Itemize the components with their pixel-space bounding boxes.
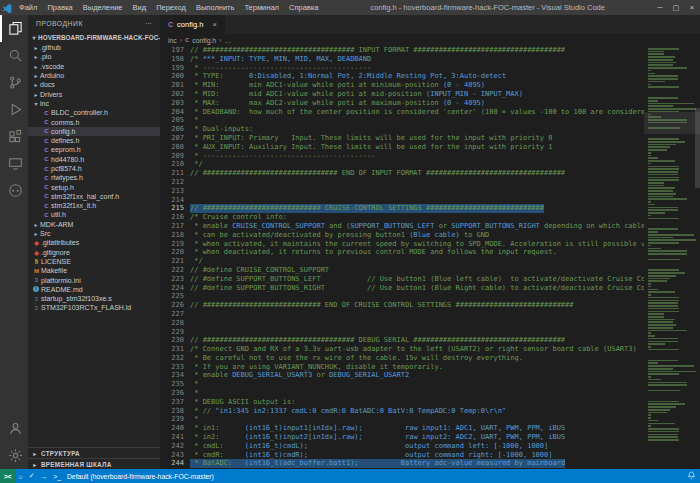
code-line[interactable]: 218 * can be activated/deactivated by pr… [160, 231, 644, 240]
code-line[interactable]: 197// ##################################… [160, 46, 644, 55]
code-line[interactable]: 233 * If you are using VARIANT_NUNCHUK, … [160, 363, 644, 372]
code-line[interactable]: 212 [160, 178, 644, 187]
code-line[interactable]: 208 * AUX_INPUT: Auxiliary Input. These … [160, 143, 644, 152]
explorer-icon[interactable] [0, 15, 28, 42]
remote-indicator[interactable]: >< [0, 469, 16, 483]
tree-folder[interactable]: ▸Arduino [28, 71, 160, 80]
code-line[interactable]: 241 * in2: (int16_t)input2[inIdx].raw); … [160, 433, 644, 442]
tree-file[interactable]: ≡platformio.ini [28, 275, 160, 284]
code-line[interactable]: 216/* Cruise control info: [160, 213, 644, 222]
close-button[interactable]: × [684, 4, 700, 12]
tree-file[interactable]: Chd44780.h [28, 155, 160, 164]
code-line[interactable]: 206 * Dual-inputs: [160, 125, 644, 134]
minimap[interactable] [644, 46, 700, 469]
code-line[interactable]: 242 * cmdL: (int16_t)cmdL); output comma… [160, 442, 644, 451]
scrollbar-thumb[interactable] [695, 108, 700, 188]
code-line[interactable]: 209 * ----------------------------------… [160, 152, 644, 161]
platformio-env-label[interactable]: Default (hoverboard-firmware-hack-FOC-ma… [64, 473, 217, 480]
timeline-section[interactable]: ▸ ВРЕМЕННАЯ ШКАЛА [28, 458, 160, 469]
build-check-icon[interactable]: ✓ [26, 472, 38, 480]
tree-file[interactable]: Cdefines.h [28, 136, 160, 145]
code-line[interactable]: 222// #define CRUISE_CONTROL_SUPPORT [160, 266, 644, 275]
code-line[interactable]: 230// ##################################… [160, 336, 644, 345]
code-line[interactable]: 227 [160, 310, 644, 319]
home-icon[interactable]: ⌂ [16, 472, 26, 480]
outline-section[interactable]: ▸ СТРУКТУРА [28, 447, 160, 458]
breadcrumb-item[interactable]: inc [168, 37, 177, 44]
code-line[interactable]: 224// #define SUPPORT_BUTTONS_RIGHT // U… [160, 284, 644, 293]
tree-file[interactable]: iREADME.md [28, 285, 160, 294]
code-line[interactable]: 236 * [160, 389, 644, 398]
code-line[interactable]: 201 * MIN: min ADC1-value while poti at … [160, 81, 644, 90]
minimize-button[interactable]: ─ [652, 4, 668, 12]
breadcrumb-item[interactable]: … [224, 37, 231, 44]
tree-folder[interactable]: ▸.vscode [28, 62, 160, 71]
code-line[interactable]: 214 [160, 196, 644, 205]
code-line[interactable]: 210 */ [160, 160, 644, 169]
tree-file[interactable]: Ceeprom.h [28, 145, 160, 154]
more-actions-icon[interactable]: ⋯ [145, 20, 152, 28]
code-line[interactable]: 211// ################################ E… [160, 169, 644, 178]
settings-icon[interactable] [0, 442, 28, 469]
tree-file[interactable]: Ccomms.h [28, 117, 160, 126]
notifications-bell-icon[interactable] [687, 471, 696, 481]
tree-file[interactable]: Csetup.h [28, 182, 160, 191]
tree-file[interactable]: ≡startup_stm32f103xe.s [28, 294, 160, 303]
menu-item[interactable]: Вид [128, 3, 152, 12]
code-content[interactable]: 197// ##################################… [160, 46, 644, 469]
tree-folder[interactable]: ▸docs [28, 80, 160, 89]
tree-file[interactable]: ◆.gitattributes [28, 238, 160, 247]
code-line[interactable]: 229 [160, 328, 644, 337]
search-icon[interactable] [0, 42, 28, 69]
code-line[interactable]: 205 * [160, 116, 644, 125]
source-control-icon[interactable] [0, 69, 28, 96]
code-line[interactable]: 199 * ----------------------------------… [160, 64, 644, 73]
code-line[interactable]: 234 * enable DEBUG_SERIAL_USART3 or DEBU… [160, 371, 644, 380]
code-line[interactable]: 237 * DEBUG ASCII output is: [160, 398, 644, 407]
platformio-icon[interactable] [0, 177, 28, 204]
tree-file[interactable]: CBLDC_controller.h [28, 108, 160, 117]
tree-file[interactable]: Cpcf8574.h [28, 164, 160, 173]
code-line[interactable]: 215// ############################ CRUIS… [160, 204, 644, 213]
code-line[interactable]: 244 * BatADC: (int16_t)adc_buffer.batt1)… [160, 459, 644, 468]
menu-item[interactable]: Переход [151, 3, 191, 12]
menu-item[interactable]: Выделение [78, 3, 128, 12]
tree-file[interactable]: Cstm32f1xx_it.h [28, 201, 160, 210]
tree-file[interactable]: MMakefile [28, 266, 160, 275]
code-line[interactable]: 203 * MAX: max ADC2-value while poti at … [160, 99, 644, 108]
code-line[interactable]: 219 * when activated, it maintains the c… [160, 240, 644, 249]
maximize-button[interactable]: ▢ [668, 4, 684, 12]
tab-config-h[interactable]: C config.h × [160, 15, 225, 34]
code-line[interactable]: 228 [160, 319, 644, 328]
code-line[interactable]: 240 * in1: (int16_t)input1[inIdx].raw); … [160, 424, 644, 433]
tree-file[interactable]: Cstm32f1xx_hal_conf.h [28, 192, 160, 201]
upload-arrow-icon[interactable]: → [37, 472, 50, 480]
code-line[interactable]: 204 * DEADBAND: how much of the center p… [160, 108, 644, 117]
tree-file[interactable]: ◆.gitignore [28, 248, 160, 257]
menu-item[interactable]: Терминал [239, 3, 284, 12]
code-line[interactable]: 220 * when deactivated, it returns to pr… [160, 248, 644, 257]
menu-item[interactable]: Справка [284, 3, 323, 12]
tab-close-icon[interactable]: × [212, 20, 217, 29]
tree-file[interactable]: Cutil.h [28, 210, 160, 219]
code-line[interactable]: 221 */ [160, 257, 644, 266]
menu-item[interactable]: Файл [14, 3, 42, 12]
menu-item[interactable]: Выполнить [191, 3, 240, 12]
editor-scrollbar[interactable] [695, 46, 700, 469]
tree-folder[interactable]: ▸MDK-ARM [28, 220, 160, 229]
tree-folder[interactable]: ▸Drivers [28, 89, 160, 98]
code-line[interactable]: 232 * Be careful not to use the rx wire … [160, 354, 644, 363]
tree-file[interactable]: Cconfig.h [28, 127, 160, 136]
code-line[interactable]: 207 * PRI_INPUT: Primary Input. These li… [160, 134, 644, 143]
tree-root-folder[interactable]: ▾ HOVERBOARD-FIRMWARE-HACK-FOC-MASTER [28, 32, 160, 43]
tree-folder[interactable]: ▸.pio [28, 52, 160, 61]
tree-folder[interactable]: ▾inc [28, 99, 160, 108]
tree-file[interactable]: §LICENSE [28, 257, 160, 266]
terminal-icon[interactable]: >_ [50, 472, 64, 480]
remote-explorer-icon[interactable] [0, 150, 28, 177]
extensions-icon[interactable] [0, 123, 28, 150]
run-debug-icon[interactable] [0, 96, 28, 123]
code-line[interactable]: 238 * // "in1:345 in2:1337 cmdL:0 cmdR:0… [160, 407, 644, 416]
code-line[interactable]: 213 [160, 187, 644, 196]
code-line[interactable]: 243 * cmdR: (int16_t)cmdR); output comma… [160, 451, 644, 460]
